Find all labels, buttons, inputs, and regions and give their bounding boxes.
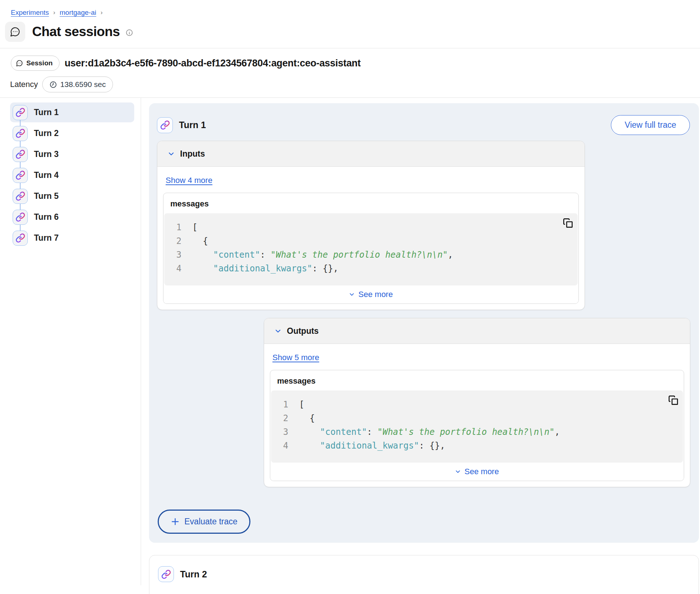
inputs-panel-body: Show 4 more messages 1[2 {3 "content": "…	[157, 167, 585, 310]
turn-card-title: Turn 1	[179, 120, 206, 130]
latency-row: Latency 138.6590 sec	[10, 77, 700, 92]
chevron-down-icon	[349, 292, 355, 297]
header-divider	[0, 48, 700, 48]
see-more-button[interactable]: See more	[163, 285, 578, 303]
outputs-title: Outputs	[287, 326, 319, 336]
code-line: 4 "additional_kwargs": {},	[279, 439, 677, 453]
link-icon	[13, 168, 28, 183]
inputs-title: Inputs	[180, 149, 205, 159]
turn-label: Turn 3	[34, 149, 59, 159]
breadcrumb-separator: ›	[53, 9, 56, 16]
breadcrumb: Experiments › mortgage-ai ›	[0, 0, 700, 17]
sidebar-item-turn-1[interactable]: Turn 1	[10, 102, 134, 122]
sidebar-item-turn-7[interactable]: Turn 7	[10, 228, 134, 248]
field-label: messages	[270, 370, 684, 390]
inputs-panel: Inputs Show 4 more messages	[157, 141, 585, 310]
outputs-panel-body: Show 5 more messages 1[2 {3 "content": "…	[264, 344, 690, 487]
inputs-panel-header: Inputs	[157, 141, 585, 167]
outputs-panel: Outputs Show 5 more messages	[264, 318, 690, 487]
link-icon	[158, 566, 174, 582]
turns-sidebar: Turn 1Turn 2Turn 3Turn 4Turn 5Turn 6Turn…	[0, 98, 141, 585]
content: Turn 1Turn 2Turn 3Turn 4Turn 5Turn 6Turn…	[0, 97, 700, 585]
session-id: user:d1a2b3c4-e5f6-7890-abcd-ef123456780…	[65, 58, 361, 69]
show-more-link[interactable]: Show 4 more	[166, 176, 213, 185]
copy-icon[interactable]	[668, 395, 678, 405]
session-row: Session user:d1a2b3c4-e5f6-7890-abcd-ef1…	[11, 56, 700, 71]
clock-icon	[49, 81, 57, 88]
code-line: 2 {	[172, 234, 571, 248]
latency-label: Latency	[10, 80, 38, 89]
copy-icon[interactable]	[563, 218, 573, 228]
link-icon	[13, 210, 28, 225]
evaluate-trace-button[interactable]: Evaluate trace	[158, 510, 250, 534]
main-area: Turn 1 View full trace Inputs Show 4 mor…	[141, 98, 700, 585]
link-icon	[13, 231, 28, 246]
chat-bubble-icon	[5, 22, 25, 42]
messages-field: messages 1[2 {3 "content": "What's the p…	[270, 370, 684, 481]
link-icon	[13, 105, 28, 120]
chevron-down-icon[interactable]	[168, 150, 175, 157]
chevron-down-icon[interactable]	[275, 328, 281, 335]
turn-label: Turn 5	[34, 191, 59, 201]
code-block: 1[2 {3 "content": "What's the portfolio …	[271, 390, 683, 463]
turn-label: Turn 2	[34, 128, 59, 138]
page-title: Chat sessions	[32, 24, 120, 39]
turn-card-header: Turn 2	[158, 566, 690, 582]
see-more-button[interactable]: See more	[270, 463, 684, 481]
field-label: messages	[163, 193, 578, 213]
link-icon	[13, 189, 28, 204]
messages-field: messages 1[2 {3 "content": "What's the p…	[163, 193, 579, 304]
session-badge-label: Session	[26, 59, 53, 67]
turn-label: Turn 6	[34, 212, 59, 222]
link-icon	[13, 147, 28, 162]
turn-label: Turn 1	[34, 108, 59, 117]
show-more-link[interactable]: Show 5 more	[272, 353, 319, 362]
sidebar-item-turn-2[interactable]: Turn 2	[10, 123, 134, 143]
code-line: 2 {	[279, 411, 677, 425]
code-line: 1[	[279, 398, 677, 411]
info-icon[interactable]	[126, 29, 133, 36]
sidebar-item-turn-6[interactable]: Turn 6	[10, 207, 134, 227]
turn-2-card: Turn 2	[149, 555, 699, 594]
breadcrumb-link-experiments[interactable]: Experiments	[11, 9, 49, 17]
plus-icon	[171, 517, 180, 526]
turn-card-title: Turn 2	[180, 569, 207, 580]
session-badge: Session	[11, 56, 60, 71]
turn-list: Turn 1Turn 2Turn 3Turn 4Turn 5Turn 6Turn…	[10, 102, 134, 248]
link-icon	[13, 126, 28, 141]
evaluate-trace-label: Evaluate trace	[184, 517, 237, 527]
code-line: 3 "content": "What's the portfolio healt…	[172, 248, 571, 262]
code-block: 1[2 {3 "content": "What's the portfolio …	[164, 213, 578, 285]
page-header: Chat sessions	[5, 22, 700, 42]
see-more-label: See more	[464, 467, 499, 476]
breadcrumb-link-mortgage-ai[interactable]: mortgage-ai	[60, 9, 96, 17]
turn-label: Turn 7	[34, 233, 59, 243]
chat-bubble-icon	[16, 60, 23, 67]
turn-card-header: Turn 1 View full trace	[157, 115, 690, 135]
latency-value: 138.6590 sec	[60, 80, 106, 89]
code-line: 1[	[172, 220, 571, 234]
breadcrumb-separator: ›	[101, 9, 103, 16]
code-line: 4 "additional_kwargs": {},	[172, 262, 571, 275]
link-icon	[157, 117, 173, 133]
see-more-label: See more	[358, 290, 393, 299]
sidebar-item-turn-4[interactable]: Turn 4	[10, 165, 134, 185]
code-line: 3 "content": "What's the portfolio healt…	[279, 425, 677, 439]
sidebar-item-turn-3[interactable]: Turn 3	[10, 144, 134, 164]
latency-badge: 138.6590 sec	[42, 77, 113, 92]
view-full-trace-button[interactable]: View full trace	[611, 115, 690, 135]
outputs-panel-header: Outputs	[264, 318, 690, 344]
turn-label: Turn 4	[34, 170, 59, 180]
turn-1-card: Turn 1 View full trace Inputs Show 4 mor…	[149, 103, 699, 543]
sidebar-item-turn-5[interactable]: Turn 5	[10, 186, 134, 206]
chevron-down-icon	[455, 469, 461, 475]
